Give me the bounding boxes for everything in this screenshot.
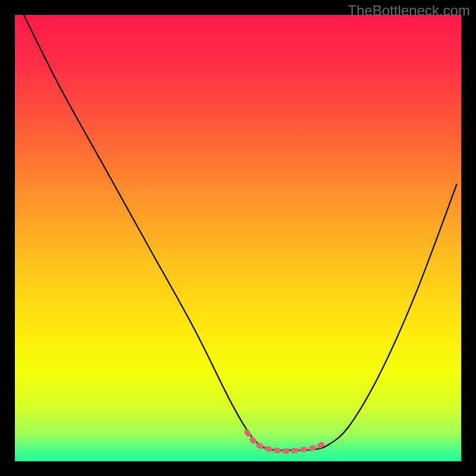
- outer-frame: TheBottleneck.com: [0, 0, 476, 476]
- attribution-text: TheBottleneck.com: [348, 2, 470, 19]
- curve-layer: [15, 15, 461, 461]
- plot-area: [15, 15, 461, 461]
- optimum-band: [247, 432, 327, 451]
- bottleneck-curve: [24, 15, 457, 450]
